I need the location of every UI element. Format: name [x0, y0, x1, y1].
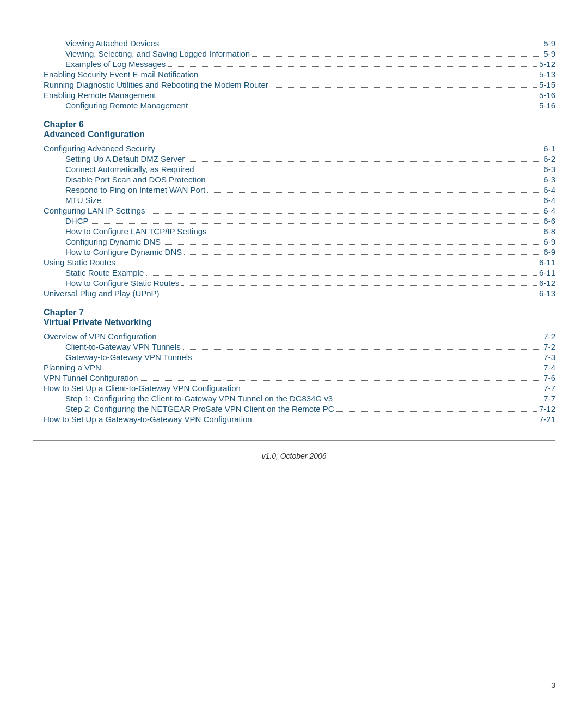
page-container: Viewing Attached Devices5-9Viewing, Sele… — [0, 0, 588, 706]
toc-entry[interactable]: Configuring Dynamic DNS6-9 — [33, 237, 555, 246]
toc-entry-title: Planning a VPN — [44, 363, 101, 372]
toc-dots — [159, 339, 542, 339]
toc-entry[interactable]: Step 2: Configuring the NETGEAR ProSafe … — [33, 404, 555, 413]
toc-entry-page: 6-11 — [539, 268, 555, 277]
toc-entry[interactable]: Client-to-Gateway VPN Tunnels7-2 — [33, 342, 555, 351]
toc-entry-title: Step 2: Configuring the NETGEAR ProSafe … — [65, 404, 334, 413]
toc-entry[interactable]: Planning a VPN7-4 — [33, 363, 555, 372]
toc-entry-page: 6-12 — [539, 278, 555, 288]
toc-entry[interactable]: Disable Port Scan and DOS Protection6-3 — [33, 175, 555, 184]
toc-entry-title: Universal Plug and Play (UPnP) — [44, 289, 160, 298]
toc-entry-page: 6-3 — [543, 165, 555, 174]
toc-entry-page: 6-4 — [543, 206, 555, 215]
toc-entry[interactable]: Configuring LAN IP Settings6-4 — [33, 206, 555, 215]
toc-entry-page: 6-2 — [543, 154, 555, 163]
toc-dots — [197, 172, 542, 172]
toc-entry[interactable]: How to Configure Static Routes6-12 — [33, 278, 555, 288]
toc-dots — [158, 98, 537, 98]
toc-entry[interactable]: Enabling Remote Management5-16 — [33, 90, 555, 100]
toc-entry-title: Examples of Log Messages — [65, 59, 166, 69]
toc-entry[interactable]: Running Diagnostic Utilities and Rebooti… — [33, 80, 555, 89]
toc-dots — [168, 66, 537, 67]
toc-entry-title: Setting Up A Default DMZ Server — [65, 154, 185, 163]
toc-dots — [181, 285, 537, 286]
toc-entry-title: Step 1: Configuring the Client-to-Gatewa… — [65, 394, 333, 403]
chapter-heading: Chapter 7 Virtual Private Networking — [33, 308, 555, 327]
toc-entry-page: 6-4 — [543, 196, 555, 205]
toc-dots — [91, 223, 542, 224]
toc-entry-title: Gateway-to-Gateway VPN Tunnels — [65, 352, 192, 362]
toc-entry-title: How to Set Up a Client-to-Gateway VPN Co… — [44, 384, 241, 393]
toc-entry-title: Using Static Routes — [44, 258, 115, 267]
toc-entry-page: 5-16 — [539, 90, 555, 100]
toc-dots — [200, 77, 537, 77]
toc-entry-page: 7-12 — [539, 404, 555, 413]
toc-entry[interactable]: VPN Tunnel Configuration7-6 — [33, 373, 555, 382]
toc-dots — [148, 213, 542, 214]
toc-dots — [103, 370, 541, 370]
toc-entry-title: Respond to Ping on Internet WAN Port — [65, 185, 205, 194]
toc-entry[interactable]: Static Route Example6-11 — [33, 268, 555, 277]
toc-entry[interactable]: Using Static Routes6-11 — [33, 258, 555, 267]
toc-dots — [183, 349, 542, 350]
toc-entry-page: 5-12 — [539, 59, 555, 69]
chapter-title: Advanced Configuration — [44, 130, 555, 139]
toc-entry-title: How to Set Up a Gateway-to-Gateway VPN C… — [44, 415, 252, 424]
toc-entry-page: 7-4 — [543, 363, 555, 372]
toc-entry-title: Configuring LAN IP Settings — [44, 206, 145, 215]
toc-entry-page: 6-9 — [543, 247, 555, 257]
toc-entry[interactable]: How to Configure Dynamic DNS6-9 — [33, 247, 555, 257]
toc-entry[interactable]: How to Set Up a Gateway-to-Gateway VPN C… — [33, 415, 555, 424]
toc-dots — [271, 87, 537, 88]
toc-entry-page: 6-3 — [543, 175, 555, 184]
bottom-border — [33, 440, 555, 441]
toc-entry[interactable]: Universal Plug and Play (UPnP)6-13 — [33, 289, 555, 298]
toc-entry-title: Configuring Remote Management — [65, 101, 188, 110]
toc-entry[interactable]: Step 1: Configuring the Client-to-Gatewa… — [33, 394, 555, 403]
toc-dots — [209, 234, 542, 234]
toc-entry-title: Enabling Security Event E-mail Notificat… — [44, 70, 198, 79]
toc-entry-title: Running Diagnostic Utilities and Rebooti… — [44, 80, 268, 89]
toc-entry[interactable]: DHCP6-6 — [33, 216, 555, 226]
toc-entry-title: Viewing, Selecting, and Saving Logged In… — [65, 49, 250, 58]
toc-entry-title: Configuring Advanced Security — [44, 144, 155, 153]
toc-dots — [254, 422, 537, 422]
toc-dots — [118, 265, 537, 265]
toc-entry[interactable]: How to Configure LAN TCP/IP Settings6-8 — [33, 227, 555, 236]
footer-page-number: 3 — [551, 681, 555, 690]
toc-entry[interactable]: Connect Automatically, as Required6-3 — [33, 165, 555, 174]
toc-dots — [184, 254, 541, 255]
toc-entry-title: MTU Size — [65, 196, 101, 205]
toc-entry[interactable]: Examples of Log Messages5-12 — [33, 59, 555, 69]
toc-dots — [208, 182, 542, 182]
toc-entry[interactable]: Configuring Advanced Security6-1 — [33, 144, 555, 153]
toc-entry-page: 7-3 — [543, 352, 555, 362]
toc-entry-title: Connect Automatically, as Required — [65, 165, 194, 174]
toc-entry[interactable]: Setting Up A Default DMZ Server6-2 — [33, 154, 555, 163]
toc-entry-title: VPN Tunnel Configuration — [44, 373, 138, 382]
toc-entry-title: Enabling Remote Management — [44, 90, 156, 100]
toc-entry[interactable]: Viewing, Selecting, and Saving Logged In… — [33, 49, 555, 58]
toc-dots — [157, 151, 541, 151]
toc-entry-page: 6-4 — [543, 185, 555, 194]
toc-entry-page: 7-7 — [543, 394, 555, 403]
toc-entry-page: 5-9 — [543, 49, 555, 58]
toc-dots — [252, 56, 541, 57]
toc-entry[interactable]: Viewing Attached Devices5-9 — [33, 39, 555, 48]
toc-entry[interactable]: Enabling Security Event E-mail Notificat… — [33, 70, 555, 79]
toc-entry[interactable]: Overview of VPN Configuration7-2 — [33, 332, 555, 341]
toc-entry[interactable]: Gateway-to-Gateway VPN Tunnels7-3 — [33, 352, 555, 362]
toc-entry-page: 7-2 — [543, 342, 555, 351]
toc-entry[interactable]: Configuring Remote Management5-16 — [33, 101, 555, 110]
toc-entry-page: 6-6 — [543, 216, 555, 226]
toc-dots — [163, 244, 541, 245]
toc-entry[interactable]: MTU Size6-4 — [33, 196, 555, 205]
toc-dots — [194, 360, 542, 360]
toc-entry-page: 7-6 — [543, 373, 555, 382]
toc-entry-page: 6-1 — [543, 144, 555, 153]
toc-entry-title: Client-to-Gateway VPN Tunnels — [65, 342, 181, 351]
toc-entry[interactable]: Respond to Ping on Internet WAN Port6-4 — [33, 185, 555, 194]
toc-entry[interactable]: How to Set Up a Client-to-Gateway VPN Co… — [33, 384, 555, 393]
toc-entry-title: Viewing Attached Devices — [65, 39, 159, 48]
toc-dots — [103, 203, 541, 203]
